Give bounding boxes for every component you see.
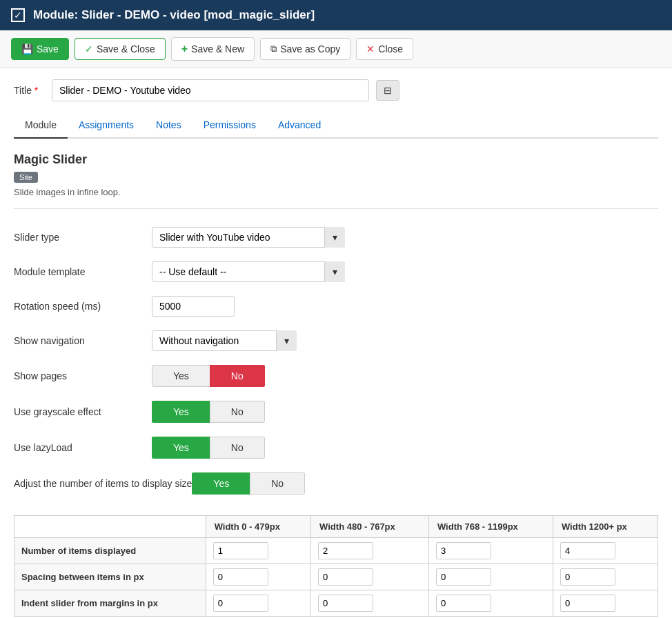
responsive-table: Width 0 - 479px Width 480 - 767px Width … — [14, 515, 658, 617]
show-navigation-row: Show navigation Without navigation With … — [14, 323, 658, 358]
slider-type-row: Slider type Slider with YouTube video St… — [14, 220, 658, 255]
main-content: Title * ⊟ Module Assignments Notes Permi… — [0, 68, 672, 618]
rotation-speed-row: Rotation speed (ms) — [14, 289, 658, 323]
adjust-items-yes-button[interactable]: Yes — [192, 472, 250, 495]
tab-advanced[interactable]: Advanced — [267, 112, 332, 139]
adjust-items-row: Adjust the number of items to display si… — [14, 466, 658, 501]
table-cell — [428, 564, 553, 590]
module-template-control: -- Use default -- ▾ — [152, 261, 345, 282]
show-navigation-control: Without navigation With navigation ▾ — [152, 330, 297, 351]
rotation-speed-input[interactable] — [152, 296, 235, 317]
slider-type-label: Slider type — [14, 232, 152, 243]
use-grayscale-yes-button[interactable]: Yes — [152, 401, 210, 423]
table-cell — [311, 538, 429, 564]
rotation-speed-control — [152, 296, 235, 317]
module-template-row: Module template -- Use default -- ▾ — [14, 255, 658, 289]
show-pages-control: Yes No — [152, 365, 265, 387]
table-cell — [206, 590, 310, 617]
section-description: Slide images in infine loop. — [14, 187, 658, 197]
show-navigation-select-wrapper: Without navigation With navigation ▾ — [152, 330, 297, 351]
header-checkbox[interactable]: ✓ — [11, 8, 25, 22]
show-navigation-select[interactable]: Without navigation With navigation — [152, 330, 297, 351]
section-divider — [14, 208, 658, 209]
save-icon: 💾 — [21, 43, 33, 54]
use-grayscale-no-button[interactable]: No — [210, 401, 265, 423]
save-close-button[interactable]: ✓ Save & Close — [75, 38, 166, 60]
magic-slider-section: Magic Slider Site Slide images in infine… — [14, 152, 658, 617]
adjust-items-no-button[interactable]: No — [250, 472, 305, 495]
use-lazyload-yes-button[interactable]: Yes — [152, 437, 210, 459]
table-cell — [428, 538, 553, 564]
use-lazyload-row: Use lazyLoad Yes No — [14, 430, 658, 466]
indent-0-input[interactable] — [213, 595, 268, 612]
rotation-speed-label: Rotation speed (ms) — [14, 301, 152, 312]
indent-1-input[interactable] — [318, 595, 373, 612]
module-template-select-wrapper: -- Use default -- ▾ — [152, 261, 345, 282]
adjust-items-control: Yes No — [192, 472, 305, 495]
times-icon: ✕ — [366, 43, 375, 54]
save-copy-button[interactable]: ⧉ Save as Copy — [260, 38, 350, 60]
title-row: Title * ⊟ — [14, 79, 658, 101]
tab-permissions[interactable]: Permissions — [192, 112, 267, 139]
table-cell — [428, 590, 553, 617]
use-grayscale-label: Use grayscale effect — [14, 406, 152, 417]
title-input[interactable] — [52, 79, 369, 101]
items-0-input[interactable] — [213, 542, 268, 559]
show-pages-row: Show pages Yes No — [14, 358, 658, 394]
copy-icon: ⧉ — [270, 43, 277, 54]
spacing-2-input[interactable] — [436, 568, 491, 586]
row-label-spacing: Spacing between items in px — [14, 564, 206, 590]
table-col-3: Width 1200+ px — [553, 516, 658, 538]
spacing-0-input[interactable] — [213, 568, 268, 586]
tab-module[interactable]: Module — [14, 112, 68, 139]
use-lazyload-toggle: Yes No — [152, 437, 265, 459]
tab-assignments[interactable]: Assignments — [68, 112, 145, 139]
use-lazyload-label: Use lazyLoad — [14, 442, 152, 453]
show-navigation-label: Show navigation — [14, 335, 152, 346]
use-lazyload-control: Yes No — [152, 437, 265, 459]
indent-2-input[interactable] — [436, 595, 491, 612]
table-col-label — [14, 516, 206, 538]
toggle-icon: ⊟ — [384, 85, 392, 96]
table-cell — [553, 564, 658, 590]
items-3-input[interactable] — [560, 542, 615, 559]
site-badge: Site — [14, 172, 38, 183]
table-cell — [553, 538, 658, 564]
show-pages-no-button[interactable]: No — [210, 365, 265, 387]
plus-icon: + — [181, 43, 188, 55]
tab-notes[interactable]: Notes — [145, 112, 192, 139]
section-title: Magic Slider — [14, 152, 658, 167]
table-col-0: Width 0 - 479px — [206, 516, 310, 538]
show-pages-yes-button[interactable]: Yes — [152, 365, 210, 387]
close-button[interactable]: ✕ Close — [356, 38, 413, 60]
items-1-input[interactable] — [318, 542, 373, 559]
table-row: Number of items displayed — [14, 538, 658, 564]
tabs-bar: Module Assignments Notes Permissions Adv… — [14, 112, 658, 139]
title-icon-button[interactable]: ⊟ — [376, 80, 399, 101]
save-new-button[interactable]: + Save & New — [171, 37, 255, 61]
table-cell — [311, 564, 429, 590]
table-cell — [206, 564, 310, 590]
use-lazyload-no-button[interactable]: No — [210, 437, 265, 459]
indent-3-input[interactable] — [560, 595, 615, 612]
save-button[interactable]: 💾 Save — [11, 38, 69, 60]
module-template-select[interactable]: -- Use default -- — [152, 261, 345, 282]
table-row: Indent slider from margins in px — [14, 590, 658, 617]
use-grayscale-row: Use grayscale effect Yes No — [14, 394, 658, 430]
title-label: Title * — [14, 85, 45, 96]
row-label-items: Number of items displayed — [14, 538, 206, 564]
use-grayscale-toggle: Yes No — [152, 401, 265, 423]
use-grayscale-control: Yes No — [152, 401, 265, 423]
slider-type-select[interactable]: Slider with YouTube video Standard Slide… — [152, 227, 345, 248]
table-row: Spacing between items in px — [14, 564, 658, 590]
check-icon: ✓ — [85, 43, 93, 54]
module-template-label: Module template — [14, 266, 152, 277]
show-pages-label: Show pages — [14, 370, 152, 381]
spacing-1-input[interactable] — [318, 568, 373, 586]
toolbar: 💾 Save ✓ Save & Close + Save & New ⧉ Sav… — [0, 30, 672, 68]
app-header: ✓ Module: Slider - DEMO - video [mod_mag… — [0, 0, 672, 30]
spacing-3-input[interactable] — [560, 568, 615, 586]
page-title: Module: Slider - DEMO - video [mod_magic… — [33, 8, 315, 22]
show-pages-toggle: Yes No — [152, 365, 265, 387]
items-2-input[interactable] — [436, 542, 491, 559]
